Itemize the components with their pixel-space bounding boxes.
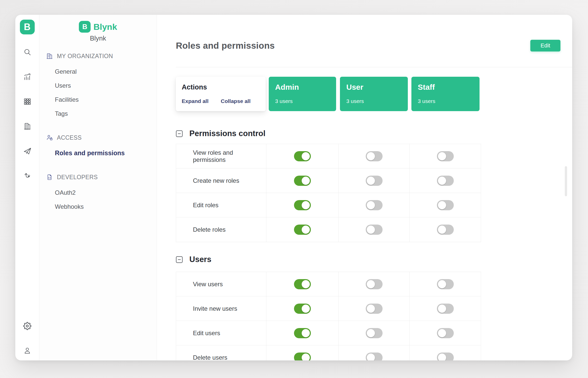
organization-name: Blynk bbox=[39, 34, 157, 42]
toggle-admin[interactable] bbox=[294, 151, 311, 161]
rail-bottom-stack bbox=[23, 322, 32, 355]
section-title: Permissions control bbox=[189, 129, 265, 138]
collapse-section-icon[interactable] bbox=[176, 256, 183, 263]
toggle-admin[interactable] bbox=[294, 279, 311, 289]
actions-title: Actions bbox=[182, 83, 266, 91]
sidebar-item-tags[interactable]: Tags bbox=[39, 107, 157, 121]
users-permissions-table: View users Invite new users Edit users D… bbox=[176, 272, 481, 360]
scrollbar-thumb[interactable] bbox=[565, 166, 567, 196]
organization-icon bbox=[46, 53, 53, 59]
sidebar-item-facilities[interactable]: Facilities bbox=[39, 93, 157, 107]
sidebar-item-roles-and-permissions[interactable]: Roles and permissions bbox=[39, 146, 157, 160]
toggle-admin[interactable] bbox=[294, 200, 311, 210]
nav-section-developers: DEVELOPERS OAuth2 Webhooks bbox=[39, 173, 157, 214]
toggle-user[interactable] bbox=[366, 353, 383, 360]
permission-cell bbox=[410, 345, 481, 360]
sidebar-item-users[interactable]: Users bbox=[39, 79, 157, 93]
nav-section-header: DEVELOPERS bbox=[39, 173, 157, 181]
sidebar: B Blynk Blynk MY ORGANIZATION General Us… bbox=[39, 15, 157, 360]
toggle-user[interactable] bbox=[366, 279, 383, 289]
role-card-staff[interactable]: Staff 3 users bbox=[411, 77, 480, 111]
toggle-user[interactable] bbox=[366, 225, 383, 235]
role-card-user[interactable]: User 3 users bbox=[340, 77, 408, 111]
role-user-count: 3 users bbox=[418, 98, 480, 104]
toggle-user[interactable] bbox=[366, 328, 383, 338]
permission-cell bbox=[339, 168, 410, 193]
main-header: Roles and permissions Edit bbox=[176, 40, 572, 51]
edit-button[interactable]: Edit bbox=[530, 40, 560, 51]
toggle-staff[interactable] bbox=[437, 304, 454, 314]
collapse-all-link[interactable]: Collapse all bbox=[221, 98, 251, 104]
permission-cell bbox=[266, 272, 339, 296]
app-window: B bbox=[15, 15, 572, 360]
permission-cell bbox=[266, 144, 339, 168]
nav-section-header: MY ORGANIZATION bbox=[39, 52, 157, 60]
sidebar-brand[interactable]: B Blynk bbox=[39, 21, 157, 33]
sidebar-item-oauth2[interactable]: OAuth2 bbox=[39, 186, 157, 200]
buildings-icon[interactable] bbox=[23, 122, 32, 131]
send-plane-icon[interactable] bbox=[23, 147, 32, 155]
blynk-logo[interactable]: B bbox=[20, 20, 35, 34]
swap-arrows-icon[interactable] bbox=[23, 171, 32, 180]
toggle-staff[interactable] bbox=[437, 328, 454, 338]
toggle-admin[interactable] bbox=[294, 225, 311, 235]
toggle-staff[interactable] bbox=[437, 200, 454, 210]
cards-row: Actions Expand all Collapse all Admin 3 … bbox=[176, 77, 572, 111]
permission-row-label: Create new roles bbox=[176, 168, 266, 193]
page-title: Roles and permissions bbox=[176, 41, 275, 51]
permission-row-label: Edit users bbox=[176, 321, 266, 345]
section-header-users: Users bbox=[176, 255, 572, 264]
icon-rail: B bbox=[15, 15, 39, 360]
apps-grid-icon[interactable] bbox=[23, 97, 32, 106]
actions-card: Actions Expand all Collapse all bbox=[176, 77, 266, 111]
nav-section-header: ACCESS bbox=[39, 134, 157, 141]
profile-icon[interactable] bbox=[23, 346, 32, 355]
sidebar-item-webhooks[interactable]: Webhooks bbox=[39, 200, 157, 214]
expand-all-link[interactable]: Expand all bbox=[182, 98, 209, 104]
permission-cell bbox=[410, 296, 481, 321]
role-name: User bbox=[346, 83, 408, 92]
section-header-permissions-control: Permissions control bbox=[176, 129, 572, 138]
toggle-admin[interactable] bbox=[294, 328, 311, 338]
role-user-count: 3 users bbox=[275, 98, 336, 104]
permissions-table: View roles and permissions Create new ro… bbox=[176, 144, 481, 242]
permission-cell bbox=[266, 296, 339, 321]
permission-cell bbox=[410, 193, 481, 217]
role-card-admin[interactable]: Admin 3 users bbox=[269, 77, 336, 111]
toggle-user[interactable] bbox=[366, 304, 383, 314]
toggle-staff[interactable] bbox=[437, 225, 454, 235]
permission-cell bbox=[410, 272, 481, 296]
toggle-staff[interactable] bbox=[437, 279, 454, 289]
nav-section-my-organization: MY ORGANIZATION General Users Facilities… bbox=[39, 52, 157, 121]
toggle-admin[interactable] bbox=[294, 176, 311, 186]
permission-cell bbox=[266, 168, 339, 193]
toggle-admin[interactable] bbox=[294, 353, 311, 360]
permission-row-label: Delete users bbox=[176, 345, 266, 360]
permission-cell bbox=[339, 321, 410, 345]
collapse-section-icon[interactable] bbox=[176, 130, 183, 137]
role-name: Staff bbox=[418, 83, 480, 92]
settings-gear-icon[interactable] bbox=[23, 322, 32, 330]
toggle-user[interactable] bbox=[366, 176, 383, 186]
main-content: Roles and permissions Edit Actions Expan… bbox=[157, 15, 572, 360]
permission-cell bbox=[339, 217, 410, 242]
toggle-staff[interactable] bbox=[437, 151, 454, 161]
permission-cell bbox=[266, 193, 339, 217]
sidebar-item-general[interactable]: General bbox=[39, 64, 157, 79]
permission-row-label: View users bbox=[176, 272, 266, 296]
toggle-user[interactable] bbox=[366, 200, 383, 210]
permission-cell bbox=[339, 296, 410, 321]
rail-icon-stack bbox=[23, 48, 32, 196]
permission-cell bbox=[410, 321, 481, 345]
role-user-count: 3 users bbox=[346, 98, 408, 104]
toggle-admin[interactable] bbox=[294, 304, 311, 314]
permission-cell bbox=[339, 144, 410, 168]
permission-cell bbox=[410, 168, 481, 193]
analytics-icon[interactable] bbox=[23, 72, 32, 81]
toggle-user[interactable] bbox=[366, 151, 383, 161]
toggle-staff[interactable] bbox=[437, 353, 454, 360]
search-icon[interactable] bbox=[23, 48, 32, 56]
permission-cell bbox=[266, 217, 339, 242]
permission-cell bbox=[266, 345, 339, 360]
toggle-staff[interactable] bbox=[437, 176, 454, 186]
